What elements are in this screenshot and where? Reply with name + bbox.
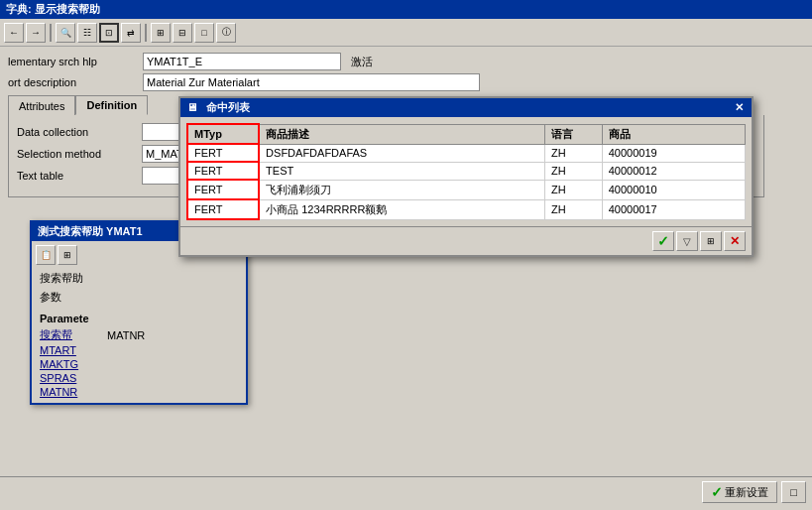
header-mtyp: MTyp xyxy=(187,124,259,144)
table-icon: ⊞ xyxy=(707,236,715,246)
sub-dialog-content: 📋 ⊞ 搜索帮助 参数 Paramete 搜索帮 MATNR xyxy=(32,241,246,403)
main-dialog-content: MTyp 商品描述 语言 商品 xyxy=(180,117,752,226)
reset-checkmark-icon: ✓ xyxy=(711,484,723,500)
cell-desc-1: TEST xyxy=(259,162,544,180)
main-dialog-buttons: ✓ ▽ ⊞ ✕ xyxy=(180,226,752,255)
table-body: FERT DSFDAFDAFDAFAS ZH 40000019 FERT TES… xyxy=(187,144,746,219)
title-text: 字典: 显示搜索帮助 xyxy=(6,3,100,15)
param-label-0[interactable]: 搜索帮 xyxy=(40,327,99,342)
search-help-label: lementary srch hlp xyxy=(8,56,137,67)
search-button[interactable]: 🔍 xyxy=(56,23,75,43)
param-row-2: MAKTG xyxy=(36,357,242,371)
cell-desc-2: 飞利浦剃须刀 xyxy=(259,180,544,199)
param-label-2[interactable]: MAKTG xyxy=(40,358,99,370)
bottom-bar: ✓ 重新设置 □ xyxy=(0,476,812,507)
cell-mtyp-3: FERT xyxy=(187,199,259,219)
search-icon: 🔍 xyxy=(60,28,71,38)
reset-label: 重新设置 xyxy=(725,485,768,500)
param-label-4[interactable]: MATNR xyxy=(40,386,99,398)
box-icon: □ xyxy=(201,28,206,38)
sub-dialog-title: 测式搜索帮助 YMAT1 xyxy=(38,224,143,239)
info-icon: ⓘ xyxy=(222,26,231,39)
table2-button[interactable]: ⊟ xyxy=(173,23,192,43)
list-icon: ☷ xyxy=(83,28,91,38)
cell-prod-3: 40000017 xyxy=(602,199,745,219)
back-icon: ← xyxy=(9,27,19,38)
table-row[interactable]: FERT 小商品 1234RRRRR额鹅 ZH 40000017 xyxy=(187,199,746,219)
title-bar: 字典: 显示搜索帮助 xyxy=(0,0,812,19)
separator-1 xyxy=(50,24,52,42)
main-dialog-title-bar: 🖥 命中列表 ✕ xyxy=(180,98,752,117)
forward-button[interactable]: → xyxy=(26,23,46,43)
cell-lang-1: ZH xyxy=(545,162,603,180)
table1-icon: ⊞ xyxy=(157,28,165,38)
search-help-row: lementary srch hlp 激活 xyxy=(8,53,804,70)
param-label-1[interactable]: MTART xyxy=(40,344,99,356)
table-row[interactable]: FERT DSFDAFDAFDAFAS ZH 40000019 xyxy=(187,144,746,162)
param-value-0: MATNR xyxy=(99,329,145,341)
table2-icon: ⊟ xyxy=(178,28,186,38)
sub-toolbar-btn2[interactable]: ⊞ xyxy=(58,245,77,265)
list-button[interactable]: ☷ xyxy=(77,23,97,43)
table-row[interactable]: FERT 飞利浦剃须刀 ZH 40000010 xyxy=(187,180,746,199)
dialog-icon: 🖥 xyxy=(186,101,197,113)
back-button[interactable]: ← xyxy=(4,23,24,43)
grid-icon: ⊡ xyxy=(105,28,113,38)
table-row[interactable]: FERT TEST ZH 40000012 xyxy=(187,162,746,180)
transfer-button[interactable]: ⇄ xyxy=(121,23,141,43)
search-help-status: 激活 xyxy=(351,55,373,69)
param-label-3[interactable]: SPRAS xyxy=(40,372,99,384)
search-help-input[interactable] xyxy=(143,53,341,70)
short-desc-input[interactable] xyxy=(143,73,480,91)
info-button[interactable]: ⓘ xyxy=(216,23,236,43)
cell-lang-3: ZH xyxy=(545,199,603,219)
confirm-button[interactable]: ✓ xyxy=(652,231,674,251)
cell-prod-2: 40000010 xyxy=(602,180,745,199)
bottom-extra-icon: □ xyxy=(790,486,797,498)
main-dialog-title-text: 🖥 命中列表 xyxy=(186,100,250,115)
tab-definition[interactable]: Definition xyxy=(75,95,148,115)
sub-toolbar-btn1[interactable]: 📋 xyxy=(36,245,56,265)
menu-search-help[interactable]: 搜索帮助 xyxy=(36,269,242,288)
results-table: MTyp 商品描述 语言 商品 xyxy=(186,123,746,220)
tab-attributes[interactable]: Attributes xyxy=(8,95,75,115)
param-row-1: MTART xyxy=(36,343,242,357)
box-button[interactable]: □ xyxy=(194,23,214,43)
toolbar: ← → 🔍 ☷ ⊡ ⇄ ⊞ ⊟ □ ⓘ xyxy=(0,19,812,47)
table-button[interactable]: ⊞ xyxy=(700,231,722,251)
selection-method-label: Selection method xyxy=(17,148,136,160)
separator-2 xyxy=(145,24,147,42)
cell-mtyp-1: FERT xyxy=(187,162,259,180)
param-row-0: 搜索帮 MATNR xyxy=(36,326,242,343)
bottom-extra-button[interactable]: □ xyxy=(781,481,806,503)
text-table-label: Text table xyxy=(17,170,136,182)
filter-icon: ▽ xyxy=(683,236,691,247)
close-button[interactable]: ✕ xyxy=(724,231,746,251)
short-desc-label: ort description xyxy=(8,76,137,88)
header-lang: 语言 xyxy=(545,124,603,144)
data-collection-label: Data collection xyxy=(17,126,136,138)
cell-prod-1: 40000012 xyxy=(602,162,745,180)
cell-mtyp-0: FERT xyxy=(187,144,259,162)
confirm-icon: ✓ xyxy=(657,233,669,249)
cell-mtyp-2: FERT xyxy=(187,180,259,199)
transfer-icon: ⇄ xyxy=(127,28,135,38)
cell-prod-0: 40000019 xyxy=(602,144,745,162)
cell-desc-0: DSFDAFDAFDAFAS xyxy=(259,144,544,162)
table1-button[interactable]: ⊞ xyxy=(151,23,171,43)
grid-button[interactable]: ⊡ xyxy=(99,23,119,43)
header-desc: 商品描述 xyxy=(259,124,544,144)
header-prod: 商品 xyxy=(602,124,745,144)
cell-lang-0: ZH xyxy=(545,144,603,162)
reset-button[interactable]: ✓ 重新设置 xyxy=(702,481,777,503)
menu-params[interactable]: 参数 xyxy=(36,288,242,307)
filter-button[interactable]: ▽ xyxy=(676,231,698,251)
param-row-3: SPRAS xyxy=(36,371,242,385)
short-desc-row: ort description xyxy=(8,73,804,91)
params-section-label: Paramete xyxy=(36,311,242,326)
cell-desc-3: 小商品 1234RRRRR额鹅 xyxy=(259,199,544,219)
table-header-row: MTyp 商品描述 语言 商品 xyxy=(187,124,746,144)
param-row-4: MATNR xyxy=(36,385,242,399)
main-dialog: 🖥 命中列表 ✕ MTyp 商品描述 xyxy=(178,96,754,257)
main-dialog-close-button[interactable]: ✕ xyxy=(733,101,746,114)
